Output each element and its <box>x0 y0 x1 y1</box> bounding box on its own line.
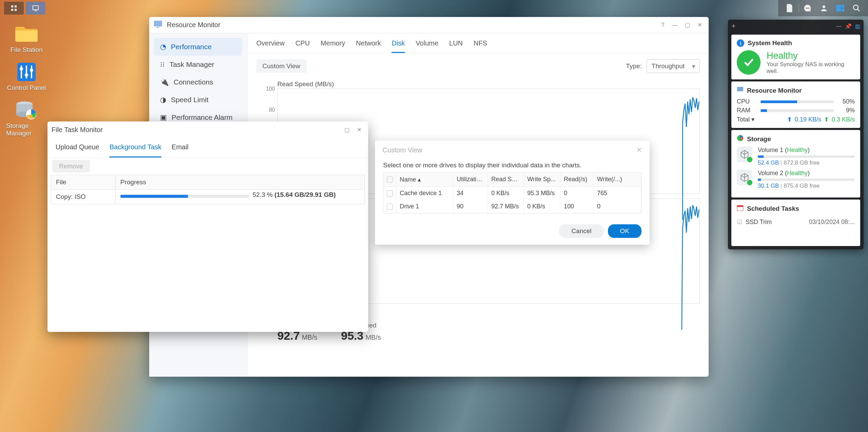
svg-point-9 <box>823 5 825 8</box>
dialog-title: Custom View <box>382 146 422 154</box>
layout-icon[interactable]: ▥ <box>855 23 860 30</box>
cpu-bar <box>761 100 834 103</box>
col-name[interactable]: Name ▴ <box>396 173 453 186</box>
desktop-icon-label: Control Panel <box>7 84 46 92</box>
window-title: Resource Monitor <box>167 21 220 29</box>
check-icon <box>737 50 761 75</box>
tab-lun[interactable]: LUN <box>449 39 463 53</box>
chat-icon[interactable] <box>800 1 815 15</box>
help-icon[interactable]: ? <box>658 20 668 30</box>
svg-point-13 <box>853 5 858 10</box>
close-icon[interactable]: ✕ <box>694 20 705 30</box>
widget-panel: + — 📌 ▥ iSystem Health Healthy Your Syno… <box>728 20 864 249</box>
col-file[interactable]: File <box>51 175 116 189</box>
svg-point-7 <box>807 8 808 9</box>
widget-system-health: iSystem Health Healthy Your Synology NAS… <box>731 35 860 79</box>
tab-cpu[interactable]: CPU <box>295 39 310 53</box>
remove-button[interactable]: Remove <box>52 160 90 172</box>
health-status: Healthy <box>767 51 855 61</box>
ftm-tabs: Upload Queue Background Task Email <box>47 138 368 157</box>
svg-rect-10 <box>836 5 841 12</box>
svg-rect-3 <box>15 9 17 11</box>
svg-rect-1 <box>15 5 17 7</box>
add-widget-button[interactable]: + <box>731 22 736 31</box>
maximize-icon[interactable]: ▢ <box>682 20 692 30</box>
task-progress: 52.3 % (15.64 GB/29.91 GB) <box>116 190 364 204</box>
minimize-icon[interactable]: — <box>836 23 842 30</box>
y-tick: 100 <box>266 86 275 92</box>
user-icon[interactable] <box>816 1 831 15</box>
tab-disk[interactable]: Disk <box>392 39 405 53</box>
maximize-icon[interactable]: ▢ <box>342 125 352 135</box>
svg-rect-2 <box>11 9 13 11</box>
tab-overview[interactable]: Overview <box>256 39 284 53</box>
window-titlebar[interactable]: Resource Monitor ? — ▢ ✕ <box>149 17 709 33</box>
download-icon: ⬆ <box>824 116 829 123</box>
task-row[interactable]: Copy: ISO 52.3 % (15.64 GB/29.91 GB) <box>51 190 364 204</box>
tab-upload-queue[interactable]: Upload Queue <box>56 138 99 157</box>
tab-nfs[interactable]: NFS <box>474 39 487 53</box>
svg-point-18 <box>20 67 23 71</box>
volume-item[interactable]: Volume 2 (Healthy) 30.1 GB | 875.4 GB fr… <box>737 170 855 189</box>
system-taskbar <box>0 0 868 16</box>
tab-volume[interactable]: Volume <box>416 39 438 53</box>
apps-menu-button[interactable] <box>4 2 24 15</box>
monitor-icon <box>737 86 744 95</box>
drive-row[interactable]: Drive 1 90 92.7 MB/s 0 KB/s 100 0 <box>383 200 641 213</box>
dialog-description: Select one or more drives to display the… <box>383 162 642 169</box>
volume-icon <box>737 170 752 185</box>
col-progress[interactable]: Progress <box>116 175 364 189</box>
cancel-button[interactable]: Cancel <box>559 224 604 238</box>
type-label: Type: <box>626 62 642 70</box>
desktop-icon-control-panel[interactable]: Control Panel <box>6 63 47 92</box>
volume-item[interactable]: Volume 1 (Healthy) 52.4 GB | 872.8 GB fr… <box>737 147 855 166</box>
row-checkbox[interactable] <box>387 204 393 210</box>
drive-row[interactable]: Cache device 1 34 0 KB/s 95.3 MB/s 0 765 <box>383 187 641 200</box>
close-icon[interactable]: ✕ <box>636 146 642 154</box>
check-icon: ☑ <box>737 218 742 226</box>
desktop-icon-storage-manager[interactable]: Storage Manager <box>6 101 47 137</box>
widgets-icon[interactable] <box>833 1 848 15</box>
pin-icon[interactable]: 📌 <box>845 23 852 30</box>
info-icon: i <box>737 39 744 47</box>
widget-storage: Storage Volume 1 (Healthy) 52.4 GB | 872… <box>731 130 860 198</box>
app-icon <box>153 19 163 31</box>
window-title: File Task Monitor <box>52 126 103 134</box>
type-select[interactable]: Throughput <box>647 59 700 73</box>
svg-rect-24 <box>154 21 162 26</box>
pie-icon <box>737 135 744 143</box>
sidebar-item-task-manager[interactable]: ⁝⁝Task Manager <box>154 56 242 73</box>
col-write-speed[interactable]: Write Sp... <box>524 173 560 186</box>
col-read-speed[interactable]: Read Sp... <box>488 173 524 186</box>
svg-rect-25 <box>157 27 159 28</box>
close-icon[interactable]: ✕ <box>354 125 364 135</box>
ok-button[interactable]: OK <box>608 224 642 238</box>
window-titlebar[interactable]: File Task Monitor ▢ ✕ <box>47 121 368 138</box>
rm-tabs: Overview CPU Memory Network Disk Volume … <box>248 33 709 53</box>
svg-rect-5 <box>34 10 37 11</box>
total-dropdown[interactable]: Total ▾ <box>737 116 754 123</box>
sidebar-item-speed-limit[interactable]: ◑Speed Limit <box>154 91 242 109</box>
sidebar-item-connections[interactable]: 🔌Connections <box>154 73 242 91</box>
svg-point-8 <box>809 8 810 9</box>
task-item[interactable]: ☑ SSD Trim 03/10/2024 08:... <box>737 216 855 228</box>
col-reads[interactable]: Read(/s) <box>560 173 594 186</box>
search-icon[interactable] <box>849 1 864 15</box>
tab-email[interactable]: Email <box>172 138 189 157</box>
row-checkbox[interactable] <box>387 190 393 196</box>
cpu-pct: 50% <box>838 98 855 105</box>
tab-memory[interactable]: Memory <box>321 39 345 53</box>
file-icon[interactable] <box>782 1 797 15</box>
custom-view-button[interactable]: Custom View <box>256 59 307 73</box>
svg-point-6 <box>806 8 807 9</box>
sidebar-item-performance[interactable]: ◔Performance <box>154 38 242 56</box>
tab-network[interactable]: Network <box>356 39 381 53</box>
minimize-icon[interactable]: — <box>670 20 680 30</box>
col-writes[interactable]: Write(/...) <box>594 173 641 186</box>
health-message: Your Synology NAS is working well. <box>767 61 855 75</box>
select-all-checkbox[interactable] <box>387 176 393 183</box>
col-utilization[interactable]: Utilizatio... <box>453 173 488 186</box>
desktop-icon-file-station[interactable]: File Station <box>6 25 47 54</box>
tab-background-task[interactable]: Background Task <box>110 138 161 157</box>
resource-monitor-taskbar-button[interactable] <box>26 2 45 15</box>
